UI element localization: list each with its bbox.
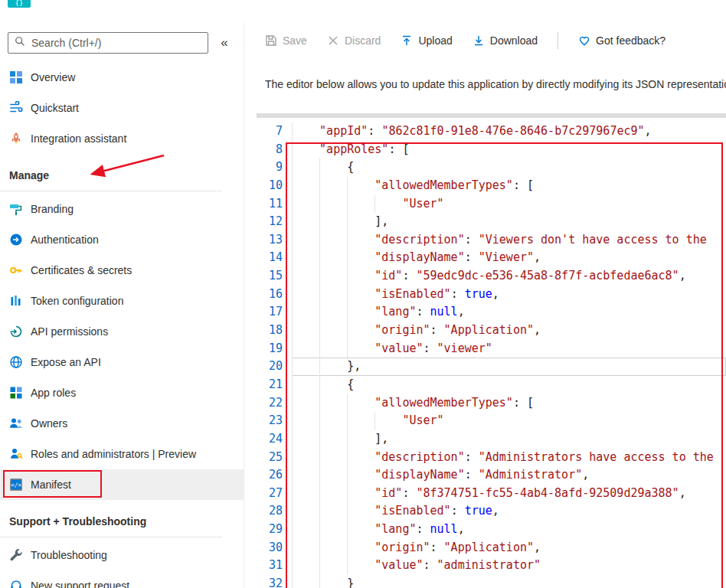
code-line[interactable]: "description": "Viewers don't have acces…	[292, 231, 726, 250]
line-number[interactable]: 10	[253, 177, 283, 195]
indent-guide	[319, 231, 347, 250]
line-number[interactable]: 28	[253, 502, 283, 521]
sidebar-item-integration-assistant[interactable]: Integration assistant	[0, 123, 244, 154]
svg-text:</>: </>	[11, 482, 21, 488]
code-line[interactable]: "lang": null,	[292, 521, 726, 539]
sidebar-item-roles-and-administrators-preview[interactable]: Roles and administrators | Preview	[0, 439, 244, 469]
code-line[interactable]: }	[292, 575, 726, 588]
line-number[interactable]: 25	[253, 449, 283, 467]
toolbar-upload-button[interactable]: Upload	[401, 34, 452, 47]
sidebar-item-authentication[interactable]: Authentication	[0, 224, 244, 255]
search-icon	[15, 36, 25, 50]
code-line[interactable]: "User"	[292, 412, 726, 430]
sidebar-item-branding[interactable]: Branding	[0, 194, 244, 224]
search-input[interactable]	[30, 36, 201, 50]
line-number[interactable]: 22	[253, 394, 283, 413]
troubleshooting-icon	[9, 548, 23, 562]
sidebar-item-new-support-request[interactable]: New support request	[0, 570, 244, 588]
line-number[interactable]: 20	[253, 358, 283, 376]
sidebar-item-app-roles[interactable]: App roles	[0, 377, 244, 408]
sidebar-item-certificates-secrets[interactable]: Certificates & secrets	[0, 255, 244, 286]
line-number[interactable]: 7	[253, 122, 283, 141]
line-number[interactable]: 18	[253, 322, 283, 340]
indent-guide	[319, 376, 347, 394]
main-content: SaveDiscardUploadDownloadGot feedback? T…	[244, 23, 726, 588]
code-line[interactable]: "displayName": "Administrator",	[292, 466, 726, 485]
toolbar-discard-button[interactable]: Discard	[327, 34, 381, 47]
code-line[interactable]: {	[292, 158, 726, 177]
code-line[interactable]: "lang": null,	[292, 303, 726, 322]
line-number[interactable]: 9	[253, 158, 283, 177]
sidebar-item-quickstart[interactable]: Quickstart	[0, 93, 244, 123]
sidebar-item-overview[interactable]: Overview	[0, 62, 244, 93]
toolbar-download-button[interactable]: Download	[473, 34, 538, 47]
json-editor[interactable]: 7891011121314151617181920212223242526272…	[253, 113, 726, 588]
code-line[interactable]: "User"	[292, 195, 726, 214]
sidebar: « OverviewQuickstartIntegration assistan…	[0, 23, 244, 588]
download-icon	[473, 34, 485, 47]
line-number[interactable]: 16	[253, 286, 283, 304]
code-line[interactable]: ],	[292, 430, 726, 449]
line-number[interactable]: 21	[253, 376, 283, 394]
line-number[interactable]: 15	[253, 267, 283, 286]
indent-guide	[319, 213, 347, 231]
code-line[interactable]: "allowedMemberTypes": [	[292, 177, 726, 195]
code-line[interactable]: {	[292, 376, 726, 394]
indent-guide	[319, 575, 347, 588]
code-line[interactable]: "allowedMemberTypes": [	[292, 394, 726, 413]
branding-icon	[9, 202, 23, 216]
line-number[interactable]: 23	[253, 412, 283, 430]
indent-guide	[319, 539, 347, 557]
line-number[interactable]: 32	[253, 575, 283, 588]
code-line[interactable]: "displayName": "Viewer",	[292, 249, 726, 267]
line-number[interactable]: 31	[253, 557, 283, 575]
indent-guide	[292, 412, 319, 430]
code-line[interactable]: "value": "administrator"	[292, 557, 726, 575]
indent-guide	[347, 249, 374, 267]
indent-guide	[319, 466, 347, 485]
code-line[interactable]: "description": "Administrators have acce…	[292, 449, 726, 467]
code-line[interactable]: "id": "8f374751-fc55-4ab4-8afd-92509d29a…	[292, 485, 726, 503]
indent-guide	[347, 177, 374, 195]
code-line[interactable]: "id": "59edc9dc-e536-45a8-8f7f-acbfedae6…	[292, 267, 726, 286]
line-number[interactable]: 27	[253, 485, 283, 503]
toolbar-save-button[interactable]: Save	[265, 34, 307, 47]
line-number[interactable]: 30	[253, 539, 283, 557]
sidebar-collapse-button[interactable]: «	[213, 32, 236, 54]
sidebar-item-owners[interactable]: Owners	[0, 408, 244, 439]
line-number[interactable]: 19	[253, 340, 283, 358]
code-line[interactable]: },	[292, 358, 726, 376]
indent-guide	[292, 141, 319, 159]
code-line[interactable]: "appRoles": [	[292, 141, 726, 159]
app-roles-icon	[9, 386, 23, 400]
line-number[interactable]: 12	[253, 213, 283, 231]
code-line[interactable]: "origin": "Application",	[292, 539, 726, 557]
sidebar-item-troubleshooting[interactable]: Troubleshooting	[0, 540, 244, 570]
code-line[interactable]: ],	[292, 213, 726, 231]
sidebar-item-manifest[interactable]: </>Manifest	[0, 469, 244, 500]
toolbar-got-feedback-button[interactable]: Got feedback?	[578, 34, 666, 47]
line-number[interactable]: 17	[253, 303, 283, 322]
sidebar-item-expose-an-api[interactable]: Expose an API	[0, 347, 244, 377]
code-line[interactable]: "appId": "862c81f0-91e8-476e-8646-b7c297…	[292, 122, 726, 141]
editor-code[interactable]: "appId": "862c81f0-91e8-476e-8646-b7c297…	[292, 122, 726, 588]
sidebar-item-api-permissions[interactable]: API permissions	[0, 316, 244, 347]
sidebar-item-label: Expose an API	[31, 356, 101, 368]
code-line[interactable]: "value": "viewer"	[292, 340, 726, 358]
line-number[interactable]: 11	[253, 195, 283, 214]
indent-guide	[319, 195, 347, 214]
line-number[interactable]: 8	[253, 141, 283, 159]
line-number[interactable]: 26	[253, 466, 283, 485]
line-number[interactable]: 13	[253, 231, 283, 250]
sidebar-item-token-configuration[interactable]: Token configuration	[0, 286, 244, 316]
search-box[interactable]	[8, 32, 208, 54]
code-line[interactable]: "isEnabled": true,	[292, 502, 726, 521]
code-line[interactable]: "isEnabled": true,	[292, 286, 726, 304]
toolbar-divider	[558, 32, 558, 49]
code-line[interactable]: "origin": "Application",	[292, 322, 726, 340]
indent-guide	[347, 449, 374, 467]
line-number[interactable]: 29	[253, 521, 283, 539]
indent-guide	[292, 502, 319, 521]
line-number[interactable]: 24	[253, 430, 283, 449]
line-number[interactable]: 14	[253, 249, 283, 267]
